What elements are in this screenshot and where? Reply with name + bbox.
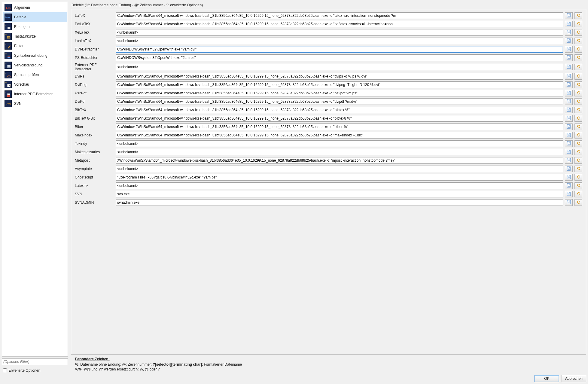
sidebar-item-latex[interactable]: latexBefehle [3,12,67,22]
revert-button[interactable] [574,64,582,70]
command-input[interactable] [116,12,563,19]
browse-button[interactable] [565,90,573,96]
command-input[interactable] [116,81,563,88]
browse-button[interactable] [565,115,573,122]
revert-button[interactable] [574,12,582,19]
advanced-options-checkbox[interactable]: Erweiterte Optionen [2,367,68,373]
revert-button[interactable] [574,132,582,139]
browse-button[interactable] [565,140,573,147]
browse-button[interactable] [565,166,573,172]
command-input[interactable] [116,115,563,122]
browse-button[interactable] [565,123,573,130]
revert-button[interactable] [574,107,582,113]
command-input[interactable] [116,199,563,206]
revert-button[interactable] [574,115,582,122]
advanced-options-checkbox-input[interactable] [3,368,7,372]
browse-button[interactable] [565,73,573,80]
revert-button[interactable] [574,191,582,197]
command-label: DVI-Betrachter [75,47,114,51]
browse-button[interactable] [565,132,573,139]
revert-button[interactable] [574,46,582,53]
revert-button[interactable] [574,123,582,130]
sidebar-item-svn[interactable]: SVNSVN [3,99,67,108]
sidebar-item-build[interactable]: Erzeugen [3,22,67,32]
browse-button[interactable] [565,98,573,105]
revert-button[interactable] [574,149,582,155]
revert-button[interactable] [574,166,582,172]
command-input[interactable] [116,90,563,96]
revert-button[interactable] [574,140,582,147]
sidebar-item-syntax[interactable]: Syntaxhervorhebung [3,51,67,60]
revert-button[interactable] [574,182,582,189]
floppy-icon [567,55,571,60]
sidebar-item-preview[interactable]: Vorschau [3,80,67,89]
sidebar-item-pdf[interactable]: Interner PDF-Betrachter [3,89,67,99]
browse-button[interactable] [565,12,573,19]
sidebar-item-spell[interactable]: Sprache prüfen [3,70,67,80]
sidebar-item-txs[interactable]: TXSAllgemein [3,3,67,12]
ok-button[interactable]: OK [535,375,559,382]
command-input[interactable] [116,157,563,164]
revert-button[interactable] [574,174,582,181]
browse-button[interactable] [565,199,573,206]
revert-button[interactable] [574,90,582,96]
settings-category-list[interactable]: TXSAllgemeinlatexBefehleErzeugenTastatur… [2,2,68,357]
command-row: Makeglossaries [75,149,582,155]
browse-button[interactable] [565,38,573,44]
browse-button[interactable] [565,174,573,181]
revert-button[interactable] [574,157,582,164]
revert-button[interactable] [574,199,582,206]
command-input[interactable] [116,174,563,181]
command-input[interactable] [116,54,563,61]
command-input[interactable] [116,132,563,139]
revert-button[interactable] [574,73,582,80]
revert-button[interactable] [574,21,582,27]
sidebar-item-editor[interactable]: Editor [3,41,67,51]
floppy-icon [567,175,571,180]
revert-button[interactable] [574,98,582,105]
svg-rect-169 [568,177,570,178]
browse-button[interactable] [565,191,573,197]
floppy-icon [567,99,571,104]
browse-button[interactable] [565,107,573,113]
browse-button[interactable] [565,182,573,189]
command-input[interactable] [116,123,563,130]
command-input[interactable] [116,182,563,189]
browse-button[interactable] [565,81,573,88]
browse-button[interactable] [565,21,573,27]
undo-icon [576,116,580,121]
browse-button[interactable] [565,46,573,53]
browse-button[interactable] [565,157,573,164]
command-input[interactable] [116,46,563,53]
revert-button[interactable] [574,81,582,88]
sidebar-item-complete[interactable]: Vervollständigung [3,60,67,70]
browse-button[interactable] [565,29,573,36]
command-input[interactable] [116,21,563,27]
command-row: Makeindex [75,132,582,139]
sidebar-item-keys[interactable]: Tastaturkürzel [3,32,67,41]
revert-button[interactable] [574,29,582,36]
svg-rect-11 [9,37,10,38]
browse-button[interactable] [565,149,573,155]
cancel-button[interactable]: Abbrechen [562,375,586,382]
svg-text:TXS: TXS [6,6,11,9]
command-input[interactable] [116,191,563,197]
revert-button[interactable] [574,38,582,44]
command-label: Texindy [75,142,114,146]
command-input[interactable] [116,64,563,70]
browse-button[interactable] [565,64,573,70]
command-input[interactable] [116,166,563,172]
sidebar-item-label: Editor [14,44,23,48]
command-input[interactable] [116,73,563,80]
command-input[interactable] [116,98,563,105]
revert-button[interactable] [574,54,582,61]
command-input[interactable] [116,38,563,44]
command-input[interactable] [116,140,563,147]
command-row: PS-Betrachter [75,54,582,61]
options-filter-input[interactable] [2,358,68,365]
command-input[interactable] [116,29,563,36]
svg-rect-14 [8,56,10,56]
command-input[interactable] [116,107,563,113]
browse-button[interactable] [565,54,573,61]
command-input[interactable] [116,149,563,155]
